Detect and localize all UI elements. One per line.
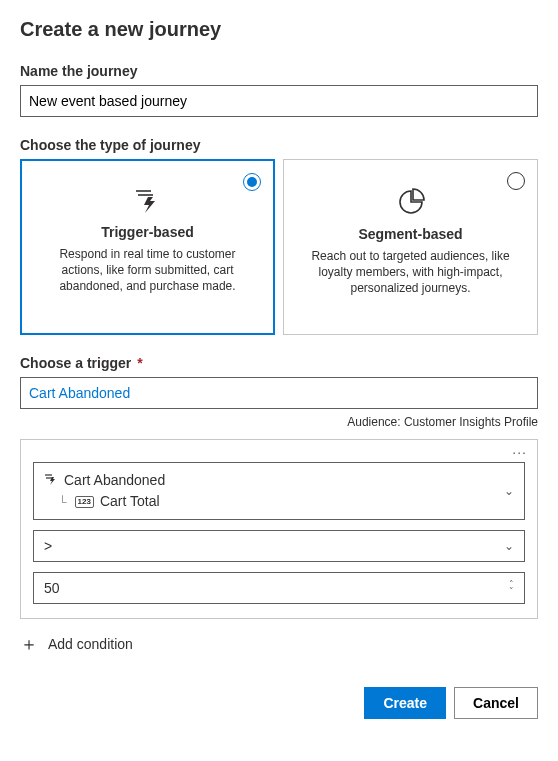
radio-indicator <box>243 173 261 191</box>
spinner-down-icon[interactable]: ˅ <box>509 588 514 595</box>
trigger-section: Choose a trigger * Audience: Customer In… <box>20 355 538 429</box>
card-title: Segment-based <box>302 226 519 242</box>
card-trigger-based[interactable]: Trigger-based Respond in real time to cu… <box>20 159 275 335</box>
card-segment-based[interactable]: Segment-based Reach out to targeted audi… <box>283 159 538 335</box>
add-condition-button[interactable]: ＋ Add condition <box>20 635 538 653</box>
number-type-icon: 123 <box>75 496 94 508</box>
tree-branch-icon: └ <box>58 493 67 511</box>
operator-selector[interactable]: > ⌄ <box>33 530 525 562</box>
attribute-selector[interactable]: Cart Abandoned └ 123 Cart Total ⌄ <box>33 462 525 520</box>
page-title: Create a new journey <box>20 18 538 41</box>
condition-panel: ··· Cart Abandoned └ 123 Cart Total ⌄ <box>20 439 538 619</box>
required-marker: * <box>137 355 142 371</box>
journey-name-input[interactable] <box>20 85 538 117</box>
type-label: Choose the type of journey <box>20 137 538 153</box>
card-title: Trigger-based <box>39 224 256 240</box>
audience-label: Audience: Customer Insights Profile <box>20 415 538 429</box>
lightning-icon <box>39 188 256 214</box>
more-options-icon[interactable]: ··· <box>512 444 527 460</box>
radio-indicator <box>507 172 525 190</box>
name-label: Name the journey <box>20 63 538 79</box>
card-desc: Reach out to targeted audiences, like lo… <box>302 248 519 297</box>
operator-value: > <box>44 538 52 554</box>
add-condition-label: Add condition <box>48 636 133 652</box>
create-button[interactable]: Create <box>364 687 446 719</box>
value-input[interactable]: 50 ˄ ˅ <box>33 572 525 604</box>
lightning-small-icon <box>44 470 58 491</box>
trigger-input[interactable] <box>20 377 538 409</box>
plus-icon: ＋ <box>20 635 38 653</box>
chevron-down-icon: ⌄ <box>504 539 514 553</box>
pie-chart-icon <box>302 188 519 216</box>
cancel-button[interactable]: Cancel <box>454 687 538 719</box>
card-desc: Respond in real time to customer actions… <box>39 246 256 295</box>
condition-value: 50 <box>44 580 60 596</box>
trigger-label: Choose a trigger * <box>20 355 538 371</box>
attribute-child: Cart Total <box>100 491 160 512</box>
chevron-down-icon: ⌄ <box>504 484 514 498</box>
name-section: Name the journey <box>20 63 538 117</box>
footer: Create Cancel <box>20 687 538 719</box>
type-section: Choose the type of journey Trigger-based… <box>20 137 538 335</box>
attribute-root: Cart Abandoned <box>64 470 165 491</box>
